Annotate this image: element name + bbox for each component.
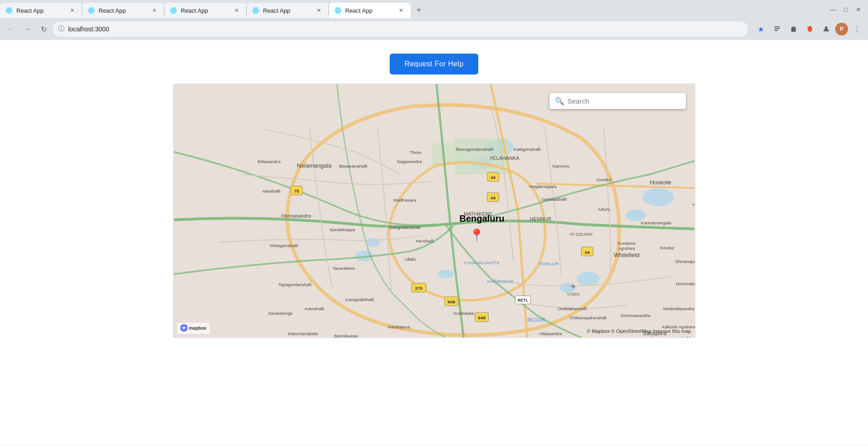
svg-text:Gundur: Gundur	[596, 177, 612, 182]
browser-window: React App ✕ React App ✕	[0, 0, 868, 446]
reload-button[interactable]: ↻	[36, 22, 51, 36]
tab-2-close[interactable]: ✕	[150, 6, 159, 15]
maximize-button[interactable]: □	[840, 4, 852, 15]
svg-text:Ullalu: Ullalu	[404, 257, 416, 262]
svg-text:Geddalahalli: Geddalahalli	[541, 197, 566, 202]
tab-5[interactable]: React App ✕	[329, 3, 411, 18]
tab-5-close[interactable]: ✕	[397, 6, 405, 15]
svg-text:Manchanabele: Manchanabele	[288, 331, 318, 336]
svg-point-35	[642, 188, 674, 206]
svg-text:Dommaluru: Dommaluru	[676, 281, 695, 286]
extensions-icon[interactable]	[786, 22, 801, 36]
tab-2-title: React App	[99, 7, 147, 14]
tab-5-favicon	[334, 7, 342, 14]
tab-1-close[interactable]: ✕	[68, 6, 76, 15]
svg-text:BETL: BETL	[517, 298, 528, 302]
svg-text:Tippagondanahalli: Tippagondanahalli	[278, 282, 311, 287]
tab-1[interactable]: React App ✕	[0, 3, 82, 18]
svg-text:Agrahara: Agrahara	[618, 246, 635, 251]
info-icon: ⓘ	[58, 25, 64, 33]
svg-text:Gangodanahalli: Gangodanahalli	[389, 225, 421, 230]
request-for-help-button[interactable]: Request For Help	[390, 54, 478, 74]
window-controls: — □ ✕	[827, 4, 868, 18]
svg-point-34	[437, 270, 453, 279]
map-container[interactable]: 44 44 44 75 275 948 948	[173, 84, 695, 338]
svg-text:Chikkanayakanahalli: Chikkanayakanahalli	[569, 316, 606, 320]
tab-3[interactable]: React App ✕	[164, 3, 246, 18]
svg-text:CHAMARAJAPETE: CHAMARAJAPETE	[464, 261, 500, 265]
svg-text:Madhavara: Madhavara	[393, 198, 416, 203]
back-button[interactable]: ←	[4, 22, 18, 36]
svg-text:Hoskote: Hoskote	[650, 179, 671, 186]
svg-text:Shivanapura: Shivanapura	[675, 259, 695, 264]
minimize-button[interactable]: —	[827, 4, 839, 15]
request-button-container: Request For Help	[390, 40, 478, 84]
forward-button[interactable]: →	[20, 22, 35, 36]
tab-1-title: React App	[16, 7, 64, 14]
menu-icon[interactable]: ⋮	[850, 22, 864, 36]
improve-map-link[interactable]: Improve this map	[653, 328, 691, 334]
user-avatar[interactable]: P	[835, 23, 848, 35]
brave-lion-icon[interactable]	[803, 22, 817, 36]
bookmark-icon[interactable]: ★	[754, 22, 768, 36]
address-bar: ← → ↻ ⓘ localhost:3000 ★	[0, 18, 868, 40]
svg-point-36	[625, 209, 645, 221]
svg-text:ITI COLONY: ITI COLONY	[570, 232, 593, 237]
svg-point-24	[337, 10, 339, 11]
toolbar-icons: ★	[754, 22, 864, 36]
svg-text:Basavanahalli: Basavanahalli	[339, 164, 367, 168]
svg-text:HENNUR: HENNUR	[530, 216, 551, 222]
page-content: Request For Help	[0, 40, 868, 446]
search-icon: 🔍	[555, 97, 564, 105]
svg-rect-27	[774, 30, 778, 31]
tab-1-favicon	[5, 7, 13, 14]
close-button[interactable]: ✕	[853, 4, 864, 15]
tab-4-title: React App	[263, 7, 311, 14]
svg-text:Dommasandra: Dommasandra	[620, 313, 650, 318]
svg-text:DOMLUR: DOMLUR	[539, 261, 558, 266]
svg-text:JAYANAGAR: JAYANAGAR	[486, 279, 513, 284]
svg-text:Kattigenahalli: Kattigenahalli	[513, 147, 541, 152]
svg-text:Koralur: Koralur	[660, 245, 675, 250]
tab-5-title: React App	[345, 7, 393, 14]
svg-text:Kambipura: Kambipura	[388, 324, 410, 329]
tab-4-close[interactable]: ✕	[315, 6, 323, 15]
svg-text:Herohalli: Herohalli	[416, 238, 433, 243]
svg-text:mapbox: mapbox	[189, 326, 207, 331]
tab-3-title: React App	[181, 7, 229, 14]
svg-text:Medimallasandra: Medimallasandra	[663, 307, 694, 311]
svg-text:Savandurga: Savandurga	[268, 311, 293, 316]
map-search-box[interactable]: 🔍	[550, 93, 686, 109]
tab-4[interactable]: React App ✕	[247, 3, 328, 18]
svg-point-4	[9, 10, 10, 11]
svg-text:948: 948	[478, 315, 486, 320]
svg-point-19	[255, 10, 257, 11]
svg-text:44: 44	[585, 250, 590, 255]
tab-2[interactable]: React App ✕	[82, 3, 164, 18]
reading-list-icon[interactable]	[770, 22, 784, 36]
map-attribution: © Mapbox © OpenStreetMap Improve this ma…	[587, 328, 691, 334]
address-bar-input[interactable]: ⓘ localhost:3000	[53, 21, 748, 37]
svg-text:Bannikuppe: Bannikuppe	[334, 333, 358, 337]
svg-text:Averahalli: Averahalli	[304, 306, 324, 311]
svg-text:Nelamangala: Nelamangala	[297, 162, 332, 169]
svg-text:Whitefield: Whitefield	[614, 252, 640, 258]
map-search-input[interactable]	[568, 97, 680, 105]
svg-text:Motaganahalli: Motaganahalli	[270, 243, 298, 248]
tab-2-favicon	[88, 7, 95, 14]
profile-icon[interactable]	[819, 22, 833, 36]
svg-text:Kumbena: Kumbena	[618, 241, 635, 246]
svg-text:Doddakannelli: Doddakannelli	[558, 306, 586, 311]
location-pin: 📍	[469, 228, 485, 243]
svg-text:Kannuru: Kannuru	[552, 164, 570, 168]
svg-text:Haraluru: Haraluru	[692, 202, 694, 207]
svg-text:Lakkuru: Lakkuru	[682, 336, 695, 337]
svg-text:Nagasandra: Nagasandra	[397, 159, 422, 164]
tab-bar: React App ✕ React App ✕	[0, 0, 868, 18]
svg-point-9	[91, 10, 92, 11]
tab-3-favicon	[170, 7, 177, 14]
mapbox-logo: mapbox	[177, 323, 210, 334]
svg-point-14	[173, 10, 174, 11]
tab-3-close[interactable]: ✕	[233, 6, 241, 15]
new-tab-button[interactable]: +	[412, 4, 425, 16]
